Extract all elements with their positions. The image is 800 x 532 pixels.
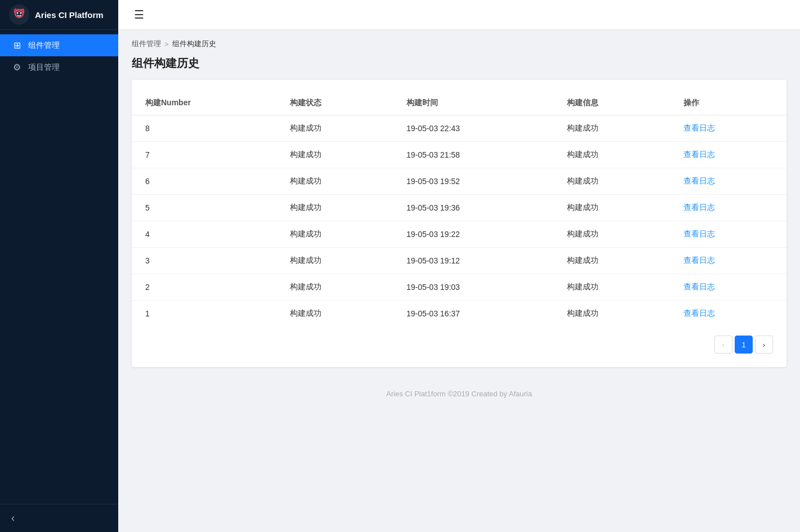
cell-info: 构建成功 (553, 221, 670, 248)
cell-info: 构建成功 (553, 301, 670, 327)
cell-info: 构建成功 (553, 195, 670, 221)
cell-time: 19-05-03 16:37 (393, 301, 553, 327)
pagination-page-1-button[interactable]: 1 (735, 336, 753, 354)
footer-text: Aries CI Plat1form ©2019 Created by Afau… (386, 390, 532, 398)
table-header: 构建Number 构建状态 构建时间 构建信息 操作 (132, 91, 786, 115)
cell-info: 构建成功 (553, 274, 670, 301)
project-icon: ⚙ (11, 62, 23, 73)
cell-number: 1 (132, 301, 276, 327)
cell-time: 19-05-03 22:43 (393, 115, 553, 142)
table-row: 2 构建成功 19-05-03 19:03 构建成功 查看日志 (132, 274, 786, 301)
cell-action: 查看日志 (670, 248, 786, 274)
sidebar: Aries CI Platform ⊞ 组件管理 ⚙ 项目管理 ‹ (0, 0, 118, 532)
cell-status: 构建成功 (276, 221, 393, 248)
table-row: 7 构建成功 19-05-03 21:58 构建成功 查看日志 (132, 142, 786, 168)
cell-time: 19-05-03 19:22 (393, 221, 553, 248)
col-time: 构建时间 (393, 91, 553, 115)
app-logo (9, 5, 29, 25)
view-log-link[interactable]: 查看日志 (683, 176, 715, 185)
table-row: 3 构建成功 19-05-03 19:12 构建成功 查看日志 (132, 248, 786, 274)
cell-time: 19-05-03 21:58 (393, 142, 553, 168)
view-log-link[interactable]: 查看日志 (683, 150, 715, 159)
breadcrumb-area: 组件管理 > 组件构建历史 (118, 30, 800, 51)
cell-time: 19-05-03 19:12 (393, 248, 553, 274)
pagination-prev-button[interactable]: ‹ (714, 336, 732, 354)
table-row: 8 构建成功 19-05-03 22:43 构建成功 查看日志 (132, 115, 786, 142)
view-log-link[interactable]: 查看日志 (683, 203, 715, 212)
header-row: 构建Number 构建状态 构建时间 构建信息 操作 (132, 91, 786, 115)
col-action: 操作 (670, 91, 786, 115)
table-row: 6 构建成功 19-05-03 19:52 构建成功 查看日志 (132, 168, 786, 195)
breadcrumb: 组件管理 > 组件构建历史 (132, 39, 786, 49)
cell-number: 3 (132, 248, 276, 274)
view-log-link[interactable]: 查看日志 (683, 123, 715, 132)
cell-action: 查看日志 (670, 301, 786, 327)
cell-action: 查看日志 (670, 221, 786, 248)
cell-status: 构建成功 (276, 142, 393, 168)
table-card: 构建Number 构建状态 构建时间 构建信息 操作 8 构建成功 19-05-… (132, 80, 786, 367)
breadcrumb-current: 组件构建历史 (172, 39, 216, 49)
cell-time: 19-05-03 19:52 (393, 168, 553, 195)
cell-status: 构建成功 (276, 195, 393, 221)
cell-time: 19-05-03 19:03 (393, 274, 553, 301)
cell-status: 构建成功 (276, 115, 393, 142)
cell-info: 构建成功 (553, 142, 670, 168)
cell-number: 2 (132, 274, 276, 301)
sidebar-nav: ⊞ 组件管理 ⚙ 项目管理 (0, 30, 118, 504)
svg-point-2 (17, 12, 19, 14)
menu-toggle-icon[interactable]: ☰ (129, 6, 149, 24)
view-log-link[interactable]: 查看日志 (683, 229, 715, 238)
content-area: 组件管理 > 组件构建历史 组件构建历史 构建Number 构建状态 构建时间 … (118, 30, 800, 532)
cell-info: 构建成功 (553, 115, 670, 142)
sidebar-item-label: 项目管理 (28, 62, 60, 73)
view-log-link[interactable]: 查看日志 (683, 282, 715, 291)
pagination-next-button[interactable]: › (755, 336, 773, 354)
app-title: Aries CI Platform (35, 10, 104, 20)
cell-action: 查看日志 (670, 168, 786, 195)
col-number: 构建Number (132, 91, 276, 115)
sidebar-collapse-button[interactable]: ‹ (0, 504, 118, 532)
table-row: 5 构建成功 19-05-03 19:36 构建成功 查看日志 (132, 195, 786, 221)
cell-status: 构建成功 (276, 248, 393, 274)
main-area: ☰ 组件管理 > 组件构建历史 组件构建历史 构建Number 构建状态 构建时… (118, 0, 800, 532)
pagination: ‹ 1 › (132, 327, 786, 358)
topbar: ☰ (118, 0, 800, 30)
cell-status: 构建成功 (276, 274, 393, 301)
cell-number: 6 (132, 168, 276, 195)
collapse-icon: ‹ (11, 512, 15, 524)
cell-number: 7 (132, 142, 276, 168)
cell-status: 构建成功 (276, 301, 393, 327)
cell-info: 构建成功 (553, 168, 670, 195)
sidebar-item-label: 组件管理 (28, 41, 60, 51)
cell-number: 4 (132, 221, 276, 248)
svg-point-3 (20, 12, 22, 14)
cell-info: 构建成功 (553, 248, 670, 274)
col-status: 构建状态 (276, 91, 393, 115)
sidebar-item-component-management[interactable]: ⊞ 组件管理 (0, 34, 118, 56)
cell-action: 查看日志 (670, 142, 786, 168)
view-log-link[interactable]: 查看日志 (683, 256, 715, 265)
cell-time: 19-05-03 19:36 (393, 195, 553, 221)
cell-number: 8 (132, 115, 276, 142)
breadcrumb-separator: > (164, 40, 169, 48)
footer: Aries CI Plat1form ©2019 Created by Afau… (118, 381, 800, 407)
cell-action: 查看日志 (670, 274, 786, 301)
svg-point-0 (9, 5, 29, 25)
component-icon: ⊞ (11, 40, 23, 51)
cell-action: 查看日志 (670, 195, 786, 221)
col-info: 构建信息 (553, 91, 670, 115)
table-row: 4 构建成功 19-05-03 19:22 构建成功 查看日志 (132, 221, 786, 248)
table-row: 1 构建成功 19-05-03 16:37 构建成功 查看日志 (132, 301, 786, 327)
page-title: 组件构建历史 (118, 51, 800, 80)
table-body: 8 构建成功 19-05-03 22:43 构建成功 查看日志 7 构建成功 1… (132, 115, 786, 327)
breadcrumb-component-management[interactable]: 组件管理 (132, 39, 161, 49)
cell-number: 5 (132, 195, 276, 221)
view-log-link[interactable]: 查看日志 (683, 309, 715, 318)
sidebar-header: Aries CI Platform (0, 0, 118, 30)
build-history-table: 构建Number 构建状态 构建时间 构建信息 操作 8 构建成功 19-05-… (132, 91, 786, 327)
cell-status: 构建成功 (276, 168, 393, 195)
cell-action: 查看日志 (670, 115, 786, 142)
sidebar-item-project-management[interactable]: ⚙ 项目管理 (0, 56, 118, 78)
